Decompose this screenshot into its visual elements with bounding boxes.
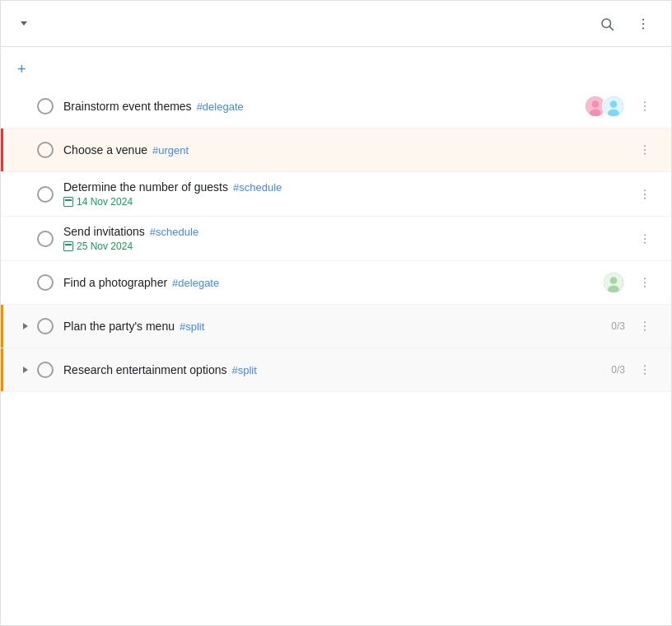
svg-line-1 (609, 26, 613, 30)
svg-point-25 (608, 285, 619, 293)
task-more-button[interactable] (632, 137, 658, 163)
svg-point-10 (608, 109, 619, 117)
task-more-button[interactable] (632, 226, 658, 252)
more-vert-icon (638, 188, 651, 201)
task-content: Find a photographer#delegate (63, 276, 602, 289)
task-tag[interactable]: #delegate (197, 100, 244, 113)
avatar-group (584, 95, 625, 118)
task-more-button[interactable] (632, 357, 658, 383)
search-icon (600, 16, 614, 31)
task-right (584, 93, 658, 119)
more-vert-icon (638, 100, 651, 113)
task-checkbox[interactable] (37, 186, 54, 203)
header-icons (592, 9, 658, 39)
task-title-line: Research entertainment options#split (63, 363, 611, 376)
svg-point-13 (644, 110, 646, 111)
task-right (632, 137, 658, 163)
task-list: Brainstorm event themes#delegate Choose … (1, 85, 671, 392)
task-right: 0/3 (611, 313, 658, 339)
task-title-line: Plan the party's menu#split (63, 320, 611, 333)
expand-button[interactable] (17, 362, 34, 378)
task-row[interactable]: Send invitations#schedule25 Nov 2024 (1, 217, 671, 261)
svg-point-24 (610, 277, 618, 284)
calendar-icon (63, 197, 73, 207)
svg-point-26 (644, 278, 646, 279)
task-title-text: Find a photographer (63, 276, 167, 289)
more-options-button[interactable] (628, 9, 658, 39)
svg-point-33 (644, 369, 646, 371)
svg-point-31 (644, 329, 646, 331)
task-content: Plan the party's menu#split (63, 320, 611, 333)
task-title-text: Choose a venue (63, 143, 147, 156)
svg-point-20 (644, 234, 646, 236)
task-row[interactable]: Research entertainment options#split0/3 (1, 348, 671, 392)
task-tag[interactable]: #split (180, 320, 204, 333)
plus-icon: + (17, 62, 26, 77)
task-title-text: Send invitations (63, 225, 145, 238)
svg-point-22 (644, 241, 646, 243)
task-more-button[interactable] (632, 93, 658, 119)
task-right (632, 181, 658, 208)
svg-point-27 (644, 282, 646, 283)
task-row[interactable]: Brainstorm event themes#delegate (1, 85, 671, 128)
task-title-line: Brainstorm event themes#delegate (63, 100, 584, 113)
task-title-text: Research entertainment options (63, 363, 226, 376)
task-title-text: Determine the number of guests (63, 180, 228, 194)
search-button[interactable] (592, 9, 622, 39)
task-checkbox[interactable] (37, 362, 54, 378)
task-more-button[interactable] (632, 313, 658, 339)
svg-point-18 (644, 194, 646, 195)
more-vert-icon (636, 16, 651, 31)
more-vert-icon (638, 143, 651, 156)
app-container: + Brainstorm event themes#delegate Choos… (0, 0, 672, 626)
task-content: Determine the number of guests#schedule1… (63, 180, 632, 208)
svg-point-2 (642, 18, 644, 20)
task-checkbox[interactable] (37, 142, 54, 158)
header (1, 1, 671, 47)
task-subtask-count: 0/3 (611, 320, 625, 332)
avatar (602, 95, 625, 118)
avatar-group (602, 271, 625, 294)
task-date: 25 Nov 2024 (63, 241, 632, 252)
task-checkbox[interactable] (37, 231, 54, 247)
task-title-line: Send invitations#schedule (63, 225, 632, 238)
task-tag[interactable]: #delegate (172, 277, 219, 289)
task-tag[interactable]: #split (231, 364, 256, 376)
svg-point-3 (642, 22, 644, 24)
title-chevron-icon[interactable] (21, 21, 27, 26)
task-tag[interactable]: #schedule (233, 181, 282, 194)
more-vert-icon (638, 276, 651, 289)
calendar-icon (63, 241, 73, 251)
task-checkbox[interactable] (37, 98, 54, 114)
svg-point-4 (642, 27, 644, 29)
task-checkbox[interactable] (37, 318, 54, 334)
task-checkbox[interactable] (37, 274, 54, 291)
task-right (632, 226, 658, 252)
more-vert-icon (638, 320, 651, 333)
task-content: Brainstorm event themes#delegate (63, 100, 584, 113)
task-row[interactable]: Plan the party's menu#split0/3 (1, 305, 671, 348)
task-tag[interactable]: #urgent (152, 144, 189, 156)
add-task-row[interactable]: + (1, 54, 671, 85)
svg-point-29 (644, 321, 646, 323)
svg-point-11 (644, 101, 646, 103)
task-more-button[interactable] (632, 269, 658, 296)
svg-point-12 (644, 105, 646, 107)
task-tag[interactable]: #schedule (150, 226, 198, 238)
svg-point-34 (644, 373, 646, 375)
task-right: 0/3 (611, 357, 658, 383)
task-more-button[interactable] (632, 181, 658, 208)
svg-point-30 (644, 325, 646, 327)
task-row[interactable]: Find a photographer#delegate (1, 261, 671, 305)
task-subtask-count: 0/3 (611, 364, 625, 376)
svg-point-9 (610, 100, 618, 108)
expand-arrow-icon (23, 323, 28, 329)
task-row[interactable]: Determine the number of guests#schedule1… (1, 172, 671, 217)
task-title-line: Determine the number of guests#schedule (63, 180, 632, 194)
expand-button[interactable] (17, 318, 34, 334)
more-vert-icon (638, 232, 651, 245)
task-row[interactable]: Choose a venue#urgent (1, 128, 671, 172)
task-title-text: Brainstorm event themes (63, 100, 192, 113)
task-content: Choose a venue#urgent (63, 143, 632, 156)
avatar (602, 271, 625, 294)
